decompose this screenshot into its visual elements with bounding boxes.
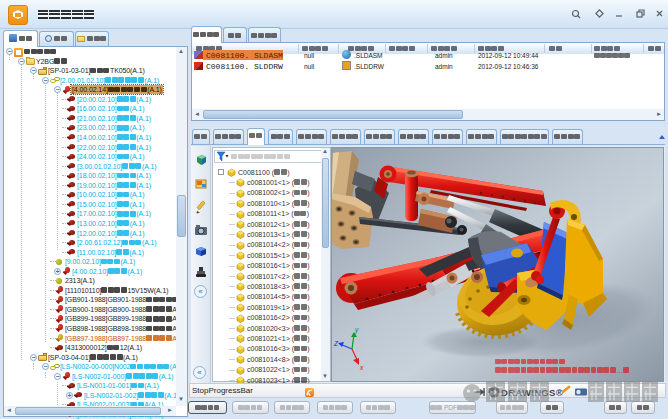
svg-text:DRAWINGS®: DRAWINGS® [501, 387, 563, 398]
